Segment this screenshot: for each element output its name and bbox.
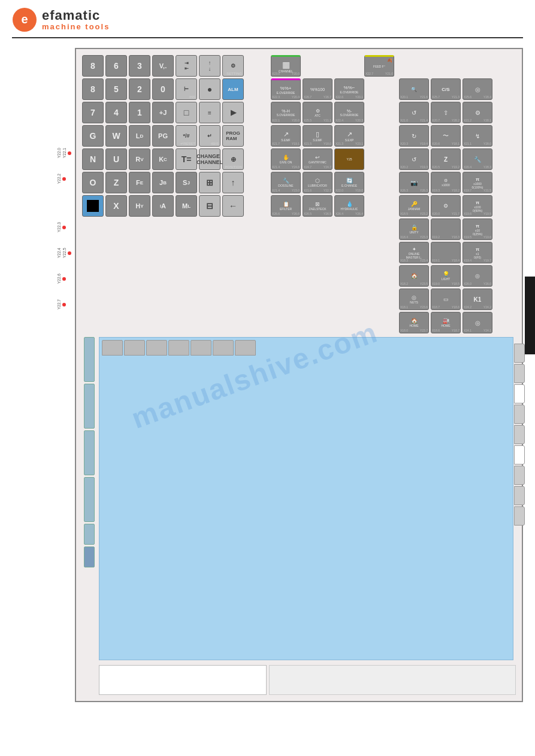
key-PG[interactable]: PG [152, 125, 174, 147]
key-5[interactable]: 5 [105, 78, 127, 100]
rfunc-cs2[interactable]: C/S X25.7Y21.3 [431, 78, 461, 100]
rfunc-pi-10[interactable]: π x100(25%) X19.5Y19.6 [463, 218, 492, 240]
key-3[interactable]: 3 [129, 55, 150, 77]
key-W[interactable]: W [105, 125, 127, 147]
rfunc-circle2[interactable]: ◎ X26.0Y26.0 [463, 265, 492, 287]
func-efilter[interactable]: 📋 EFILTER X26.6Y26.6 [271, 195, 301, 217]
rfunc-key[interactable]: 🔑 JANNAM X18.5Y23.2 [399, 195, 429, 217]
func-y25[interactable]: Y25 [334, 148, 364, 170]
rfunc-k1[interactable]: K1 X24.2Y24.2 [463, 289, 492, 310]
rfunc-home2[interactable]: 🏠 HOME X18.0Y23.7 [399, 312, 429, 333]
key-ML[interactable]: ML [176, 195, 197, 217]
key-crosshair[interactable]: ⊕POSITION [222, 148, 244, 170]
rfunc-circle3[interactable]: ◎ X24.1Y24.1 [463, 312, 492, 333]
display-rtab-8[interactable] [514, 486, 525, 505]
key-1[interactable]: 1 [129, 102, 150, 123]
func-e-override-minus[interactable]: %%− E.OVERRIDE X22.6Y20.1 [334, 78, 364, 100]
ls-btn-2[interactable] [84, 384, 95, 429]
rfunc-up[interactable]: ⇧ X20.7Y28.2 [431, 102, 461, 123]
rfunc-lock[interactable]: 🔒 UNITY X18.4Y23.3 [399, 218, 429, 240]
key-JB[interactable]: JB [152, 172, 174, 193]
key-T[interactable]: T= [176, 148, 197, 170]
key-arrow-up[interactable]: ↑ [222, 172, 244, 193]
rfunc-empty2[interactable]: X19.1Y18.4 [431, 242, 461, 263]
key-KC[interactable]: KC [152, 148, 174, 170]
key-updown[interactable]: ↑↓ [199, 55, 220, 77]
rfunc-cam[interactable]: 📷 X26.3Y26.3 [399, 172, 429, 193]
key-va[interactable]: V,. [152, 55, 174, 77]
func-s-override-plus[interactable]: %-H S.OVERRIDE X22.1Y20.6 [271, 102, 301, 123]
key-8b[interactable]: 8 [82, 78, 104, 100]
display-tab-7[interactable] [235, 340, 256, 356]
func-channel[interactable]: ▦ CHANNEL X23.0 Y20.0 [271, 55, 301, 77]
key-L[interactable]: LD [129, 125, 150, 147]
key-R[interactable]: RV [129, 148, 150, 170]
key-settings[interactable]: ⚙SETTING [222, 55, 244, 77]
key-S[interactable]: SJ [176, 172, 197, 193]
func-zaelsteck[interactable]: ⊠ ZAELSTECK X26.5Y26.5 [303, 195, 333, 217]
key-delete-grid[interactable]: ⊟ [199, 195, 220, 217]
key-grid[interactable]: ⊞ [199, 172, 220, 193]
key-6[interactable]: 6 [105, 55, 127, 77]
key-G[interactable]: G [82, 125, 104, 147]
rfunc-pi-1[interactable]: π x10(F0) X19.4Y19.7 [463, 242, 492, 263]
key-0[interactable]: 0 [152, 78, 174, 100]
func-atc[interactable]: ⚙ ATC X25.5Y21.1 [303, 102, 333, 123]
key-play[interactable]: ▶ [222, 102, 244, 123]
key-tab[interactable]: ⊢INS [176, 78, 197, 100]
func-semf-2[interactable]: ▯ S.EMF X21.5Y18.0 [303, 125, 333, 147]
display-rtab-3[interactable] [514, 384, 525, 403]
func-hydraulic[interactable]: 💧 HYDRAULIC X26.4Y26.4 [334, 195, 364, 217]
func-echange[interactable]: 🔄 E.CHANGE X22.0Y19.0 [334, 172, 364, 193]
rfunc-wave[interactable]: 〜 X20.6Y18.1 [431, 125, 461, 147]
key-H[interactable]: HY [129, 195, 150, 217]
display-rtab-7[interactable] [514, 466, 525, 485]
rfunc-gear[interactable]: ⚙ X21.2Y28.1 [463, 102, 492, 123]
rfunc-light[interactable]: 💡 LIGHT X19.0Y18.5 [431, 265, 461, 287]
key-square[interactable]: □ [176, 102, 197, 123]
display-rtab-4[interactable] [514, 405, 525, 424]
display-tab-5[interactable] [191, 340, 211, 356]
rfunc-pi-1000[interactable]: π x10000(100%) X19.7Y21.5 [463, 172, 492, 193]
ls-btn-3[interactable] [84, 430, 95, 475]
rfunc-cs[interactable]: 🔍 X20.1Y21.6 [399, 78, 429, 100]
rfunc-circle[interactable]: ◎ X25.6Y28.4 [463, 78, 492, 100]
rfunc-x1000[interactable]: ⚙ x1000 X19.3Y18.2 [431, 172, 461, 193]
key-N[interactable]: N [82, 148, 104, 170]
display-tab-2[interactable] [124, 340, 145, 356]
key-black-square[interactable] [82, 195, 104, 217]
key-7[interactable]: 7 [82, 102, 104, 123]
ls-btn-1[interactable] [84, 337, 95, 382]
rfunc-empty1[interactable]: X19.2Y18.3 [431, 218, 461, 240]
key-U[interactable]: U [105, 148, 127, 170]
key-IA[interactable]: IA [152, 195, 174, 217]
key-alarm[interactable]: ALM [222, 78, 244, 100]
func-e-override-plus[interactable]: %%+ E.OVERRIDE X22.3Y20.4 [271, 78, 301, 100]
func-lubricator[interactable]: ⬡ LUBRICATOR X21.6Y22.7 [303, 172, 333, 193]
func-dossline[interactable]: 🔧 DOSSLINE X21.4Y23.0 [271, 172, 301, 193]
key-arrow-left[interactable]: ← [222, 195, 244, 217]
key-enter[interactable]: ↵4BIS [199, 125, 220, 147]
func-give-on[interactable]: ✋ GIVE ON X21.4Y24.6 [271, 148, 301, 170]
key-O[interactable]: O [82, 172, 104, 193]
func-s-override-minus[interactable]: %- S.OVERRIDE X22.4Y20.3 [334, 102, 364, 123]
key-Z[interactable]: Z [105, 172, 127, 193]
rfunc-gear2[interactable]: ⚙ X20.0Y21.7 [431, 195, 461, 217]
rfunc-tool[interactable]: 🔧 X20.4Y28.3 [463, 148, 492, 170]
key-program[interactable]: PROGRAM [222, 125, 244, 147]
key-star[interactable]: */#↵RESET [176, 125, 197, 147]
display-rtab-2[interactable] [514, 364, 525, 383]
ls-btn-4[interactable] [84, 477, 95, 522]
rfunc-nuts[interactable]: ◎ NUTS X18.1Y23.6 [399, 289, 429, 310]
display-tab-4[interactable] [168, 340, 189, 356]
key-lines[interactable]: ≡ [199, 102, 220, 123]
func-semf-1[interactable]: ↗ S.EMF X21.7Y19.1 [271, 125, 301, 147]
key-plus-cross[interactable]: CHANGECHANNEL [199, 148, 220, 170]
key-plusj[interactable]: +J [152, 102, 174, 123]
func-gantry[interactable]: ↩ GANTRY/MC X24.7Y24.7 [303, 148, 333, 170]
func-100-percent[interactable]: %%100 X26.7Y26.7 [303, 78, 333, 100]
key-2[interactable]: 2 [129, 78, 150, 100]
display-rtab-9[interactable] [514, 506, 525, 526]
rfunc-spin1[interactable]: ↻ X20.3Y19.4 [399, 125, 429, 147]
display-rtab-5[interactable] [514, 425, 525, 444]
